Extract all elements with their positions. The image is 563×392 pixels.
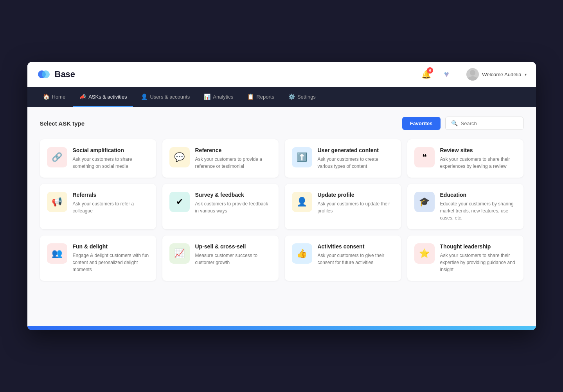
card-user-generated-content[interactable]: ⬆️ User generated content Ask your custo… [285,139,401,178]
card-title-user-generated-content: User generated content [318,147,394,153]
card-icon-education: 🎓 [414,192,435,212]
card-desc-update-profile: Ask your customers to update their profi… [318,200,394,214]
nav-item-reports[interactable]: 📋 Reports [241,87,281,107]
card-title-activities-consent: Activities consent [318,243,394,250]
logo-area: Base [37,67,76,81]
nav-label-home: Home [52,94,66,100]
top-bar: Base 🔔 6 ♥ Welcome Audelia ▾ [27,62,536,87]
analytics-icon: 📊 [204,94,210,100]
card-text-review-sites: Review sites Ask your customers to share… [440,147,516,170]
card-desc-activities-consent: Ask your customers to give their consent… [318,252,394,266]
search-box: 🔍 [445,117,523,130]
asks-icon: 📣 [79,94,86,100]
cards-grid: 🔗 Social amplification Ask your customer… [40,139,523,281]
welcome-text: Welcome Audelia [482,72,521,77]
nav-item-settings[interactable]: ⚙️ Settings [282,87,322,107]
card-title-review-sites: Review sites [440,147,516,153]
card-title-survey-feedback: Survey & feedback [195,192,272,198]
card-title-reference: Reference [195,147,272,153]
reports-icon: 📋 [247,94,254,100]
svg-point-3 [468,76,477,81]
card-referrals[interactable]: 📢 Referrals Ask your customers to refer … [40,184,156,229]
card-title-social-amplification: Social amplification [73,147,149,153]
toolbar-right: Favorites 🔍 [402,117,523,130]
card-survey-feedback[interactable]: ✔ Survey & feedback Ask customers to pro… [162,184,279,229]
card-text-fun-delight: Fun & delight Engage & delight customers… [73,243,149,273]
card-icon-referrals: 📢 [47,192,67,212]
card-title-upsell-crosssell: Up-sell & cross-sell [195,243,272,250]
card-education[interactable]: 🎓 Education Educate your customers by sh… [407,184,523,229]
main-content: Select ASK type Favorites 🔍 🔗 Social amp… [27,107,536,326]
nav-label-analytics: Analytics [213,94,233,100]
card-icon-survey-feedback: ✔ [169,192,190,212]
page-title: Select ASK type [40,120,85,127]
card-text-update-profile: Update profile Ask your customers to upd… [318,192,394,214]
card-update-profile[interactable]: 👤 Update profile Ask your customers to u… [285,184,401,229]
heart-icon-wrap: ♥ [439,67,453,81]
card-text-social-amplification: Social amplification Ask your customers … [73,147,149,170]
card-desc-thought-leadership: Ask your customers to share their expert… [440,252,516,273]
card-fun-delight[interactable]: 👥 Fun & delight Engage & delight custome… [40,236,156,281]
divider [460,68,460,81]
card-desc-survey-feedback: Ask customers to provide feedback in var… [195,200,272,214]
card-social-amplification[interactable]: 🔗 Social amplification Ask your customer… [40,139,156,178]
nav-label-asks: ASKs & activities [88,94,127,100]
nav-label-users: Users & accounts [150,94,190,100]
card-reference[interactable]: 💬 Reference Ask your customers to provid… [162,139,279,178]
svg-point-1 [42,70,50,78]
card-icon-activities-consent: 👍 [292,243,312,264]
card-desc-referrals: Ask your customers to refer a colleague [73,200,149,214]
card-text-reference: Reference Ask your customers to provide … [195,147,272,170]
toolbar: Select ASK type Favorites 🔍 [40,117,523,130]
card-review-sites[interactable]: ❝ Review sites Ask your customers to sha… [407,139,523,178]
notification-badge: 6 [427,67,433,74]
heart-icon: ♥ [444,69,449,79]
card-activities-consent[interactable]: 👍 Activities consent Ask your customers … [285,236,401,281]
card-upsell-crosssell[interactable]: 📈 Up-sell & cross-sell Measure customer … [162,236,279,281]
card-text-upsell-crosssell: Up-sell & cross-sell Measure customer su… [195,243,272,266]
card-icon-user-generated-content: ⬆️ [292,147,312,167]
app-name: Base [55,69,76,79]
card-desc-fun-delight: Engage & delight customers with fun cont… [73,252,149,273]
notifications-button[interactable]: 🔔 6 [419,67,433,81]
settings-icon: ⚙️ [288,94,295,100]
card-icon-reference: 💬 [169,147,190,167]
chevron-down-icon: ▾ [525,72,527,77]
nav-bar: 🏠 Home 📣 ASKs & activities 👤 Users & acc… [27,87,536,107]
svg-point-2 [470,70,475,76]
card-icon-social-amplification: 🔗 [47,147,67,167]
search-icon: 🔍 [451,120,458,126]
card-title-update-profile: Update profile [318,192,394,198]
nav-item-home[interactable]: 🏠 Home [37,87,72,107]
nav-item-asks[interactable]: 📣 ASKs & activities [73,87,133,107]
card-desc-review-sites: Ask your customers to share their experi… [440,156,516,170]
card-icon-thought-leadership: ⭐ [414,243,435,264]
card-desc-education: Educate your customers by sharing market… [440,200,516,221]
bottom-bar [27,326,536,330]
nav-item-users[interactable]: 👤 Users & accounts [135,87,196,107]
nav-item-analytics[interactable]: 📊 Analytics [198,87,239,107]
nav-label-reports: Reports [256,94,274,100]
card-title-referrals: Referrals [73,192,149,198]
logo-icon [37,67,51,81]
home-icon: 🏠 [43,94,50,100]
card-text-activities-consent: Activities consent Ask your customers to… [318,243,394,266]
favorites-button[interactable]: Favorites [402,117,441,130]
card-title-education: Education [440,192,516,198]
card-desc-upsell-crosssell: Measure customer success to customer gro… [195,252,272,266]
search-input[interactable] [461,120,518,126]
card-icon-fun-delight: 👥 [47,243,67,264]
card-title-thought-leadership: Thought leadership [440,243,516,250]
card-desc-reference: Ask your customers to provide a referenc… [195,156,272,170]
user-menu[interactable]: Welcome Audelia ▾ [466,68,526,81]
card-thought-leadership[interactable]: ⭐ Thought leadership Ask your customers … [407,236,523,281]
card-text-education: Education Educate your customers by shar… [440,192,516,221]
card-icon-update-profile: 👤 [292,192,312,212]
card-text-thought-leadership: Thought leadership Ask your customers to… [440,243,516,273]
card-desc-user-generated-content: Ask your customers to create various typ… [318,156,394,170]
card-text-user-generated-content: User generated content Ask your customer… [318,147,394,170]
nav-label-settings: Settings [297,94,316,100]
card-icon-review-sites: ❝ [414,147,435,167]
avatar [466,68,479,81]
card-text-survey-feedback: Survey & feedback Ask customers to provi… [195,192,272,214]
